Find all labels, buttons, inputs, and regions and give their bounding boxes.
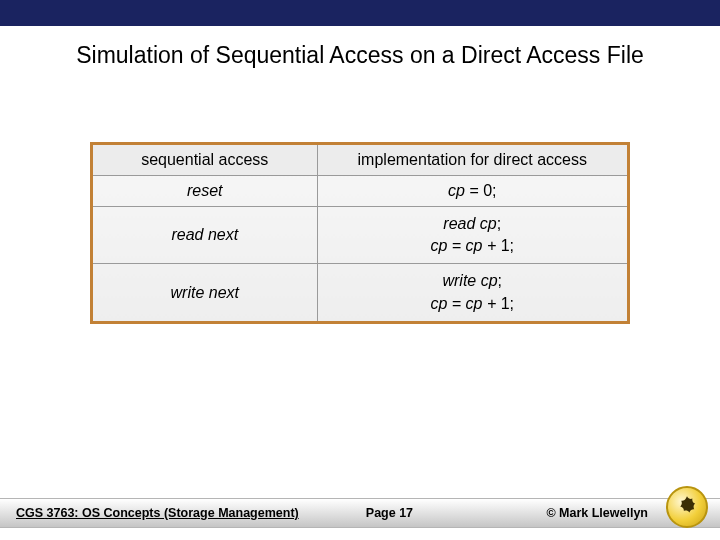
footer-page: Page 17 [322, 506, 456, 520]
simulation-table: sequential access implementation for dir… [90, 142, 630, 325]
footer-inner: CGS 3763: OS Concepts (Storage Managemen… [0, 506, 720, 520]
table-row: write next write cp; cp = cp + 1; [92, 264, 629, 323]
table-header-left: sequential access [92, 143, 318, 175]
table-header-right: implementation for direct access [317, 143, 628, 175]
footer: CGS 3763: OS Concepts (Storage Managemen… [0, 496, 720, 530]
ucf-seal-icon [666, 486, 708, 528]
content-area: sequential access implementation for dir… [0, 142, 720, 325]
table-row: reset cp = 0; [92, 175, 629, 206]
slide-title: Simulation of Sequential Access on a Dir… [0, 26, 720, 70]
cell-impl: cp = 0; [317, 175, 628, 206]
cell-seq: read next [92, 206, 318, 264]
cell-impl: read cp; cp = cp + 1; [317, 206, 628, 264]
cell-seq: write next [92, 264, 318, 323]
cell-seq: reset [92, 175, 318, 206]
code-num: 0; [483, 182, 496, 199]
code-text: cp [448, 182, 465, 199]
cell-impl: write cp; cp = cp + 1; [317, 264, 628, 323]
table-row: read next read cp; cp = cp + 1; [92, 206, 629, 264]
footer-course: CGS 3763: OS Concepts (Storage Managemen… [16, 506, 322, 520]
top-accent-bar [0, 0, 720, 26]
